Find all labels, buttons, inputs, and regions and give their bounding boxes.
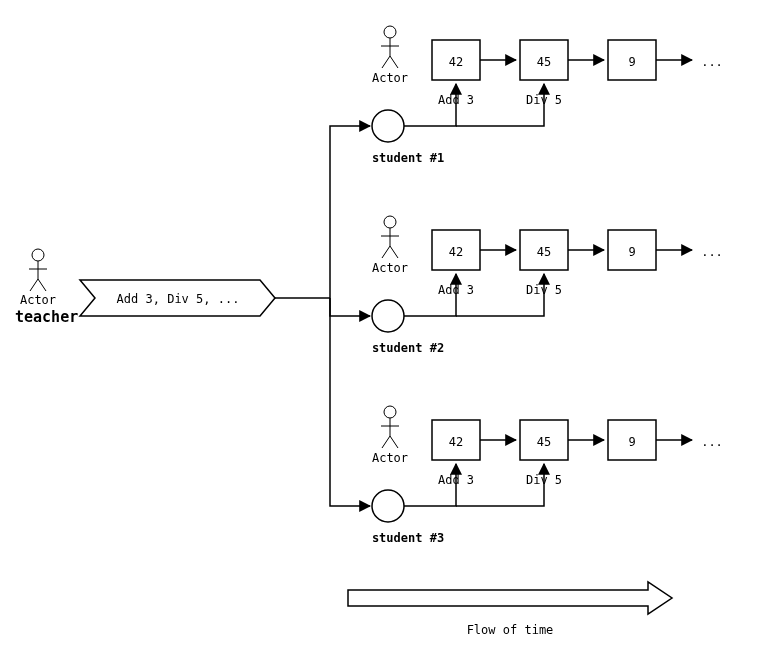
student-2-op2: Div 5 xyxy=(526,283,562,297)
teacher-message-shape: Add 3, Div 5, ... xyxy=(80,280,275,316)
student-3-label: student #3 xyxy=(372,531,444,545)
student-2: Actor student #2 42 45 9 ... Add 3 Div 5 xyxy=(372,216,723,355)
student-2-ellipsis: ... xyxy=(701,245,723,259)
student-1-op2: Div 5 xyxy=(526,93,562,107)
student-1-label: student #1 xyxy=(372,151,444,165)
student-3-op1: Add 3 xyxy=(438,473,474,487)
student-1-actor-label: Actor xyxy=(372,71,408,85)
student-2-processor xyxy=(372,300,404,332)
student-2-actor-label: Actor xyxy=(372,261,408,275)
student-2-label: student #2 xyxy=(372,341,444,355)
student-3-box-2-val: 45 xyxy=(537,435,551,449)
student-1-box-3-val: 9 xyxy=(628,55,635,69)
student-1-op1: Add 3 xyxy=(438,93,474,107)
student-3-box-1-val: 42 xyxy=(449,435,463,449)
teacher-message-text: Add 3, Div 5, ... xyxy=(117,292,240,306)
teacher-actor-label: Actor xyxy=(20,293,56,307)
student-3-box-3-val: 9 xyxy=(628,435,635,449)
student-3-ellipsis: ... xyxy=(701,435,723,449)
student-2-box-3-val: 9 xyxy=(628,245,635,259)
student-2-box-2-val: 45 xyxy=(537,245,551,259)
student-3-actor-label: Actor xyxy=(372,451,408,465)
flow-label: Flow of time xyxy=(467,623,554,637)
student-2-op1: Add 3 xyxy=(438,283,474,297)
student-1-box-1-val: 42 xyxy=(449,55,463,69)
student-1: Actor student #1 42 45 9 ... Add 3 Div 5 xyxy=(372,26,723,165)
student-1-processor xyxy=(372,110,404,142)
student-3-op2: Div 5 xyxy=(526,473,562,487)
student-3: Actor student #3 42 45 9 ... Add 3 Div 5 xyxy=(372,406,723,545)
broadcast-lines xyxy=(275,126,370,506)
student-1-ellipsis: ... xyxy=(701,55,723,69)
teacher-name: teacher xyxy=(15,308,78,326)
teacher-actor: Actor teacher xyxy=(15,249,78,326)
student-1-box-2-val: 45 xyxy=(537,55,551,69)
student-2-box-1-val: 42 xyxy=(449,245,463,259)
student-3-processor xyxy=(372,490,404,522)
flow-of-time-arrow: Flow of time xyxy=(348,582,672,637)
